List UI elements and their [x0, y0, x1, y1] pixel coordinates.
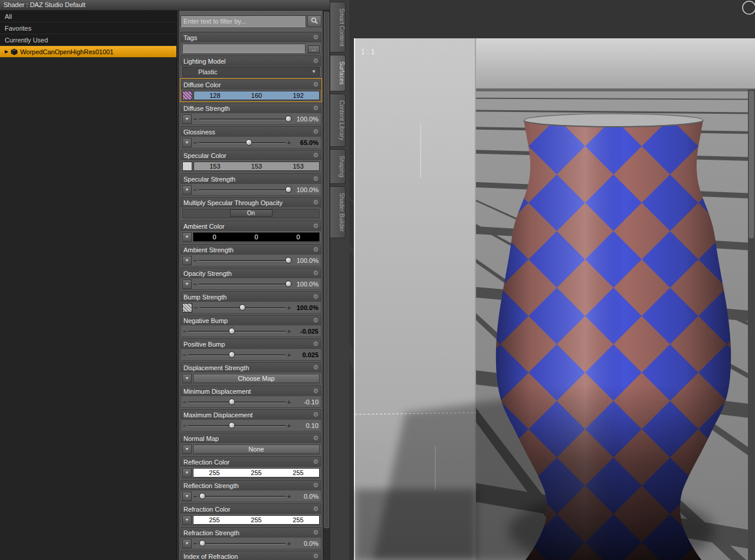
lighting-model-select[interactable]: Plastic▼	[182, 67, 320, 77]
gear-icon[interactable]: ⚙	[313, 553, 319, 559]
slider-decrement[interactable]: −	[193, 186, 198, 193]
slider-decrement[interactable]: −	[182, 351, 187, 358]
slider-handle[interactable]	[199, 540, 205, 546]
slider-increment[interactable]: +	[287, 493, 291, 500]
gear-icon[interactable]: ⚙	[313, 223, 319, 229]
property-header[interactable]: Refraction Strength⚙	[180, 527, 321, 538]
tags-browse-button[interactable]: ...	[308, 45, 320, 53]
slider-track[interactable]	[199, 539, 285, 548]
property-header[interactable]: Bump Strength⚙	[180, 291, 321, 302]
slider-dropdown-button[interactable]: ▼	[182, 114, 192, 124]
color-dropdown-button[interactable]: ▼	[182, 515, 192, 525]
slider-decrement[interactable]: −	[193, 116, 198, 123]
slider-dropdown-button[interactable]: ▼	[182, 138, 192, 147]
slider-dropdown-button[interactable]: ▼	[182, 279, 192, 289]
gear-icon[interactable]: ⚙	[313, 199, 319, 206]
property-header[interactable]: Reflection Strength⚙	[180, 480, 321, 490]
property-header[interactable]: Opacity Strength⚙	[180, 268, 321, 278]
property-header[interactable]: Diffuse Color⚙	[180, 79, 321, 90]
map-button[interactable]: Choose Map	[193, 374, 320, 383]
color-dropdown-button[interactable]: ▼	[182, 468, 192, 477]
gear-icon[interactable]: ⚙	[313, 58, 319, 64]
gear-icon[interactable]: ⚙	[313, 294, 319, 300]
search-button[interactable]	[307, 15, 321, 27]
scrollbar-thumb[interactable]	[324, 12, 329, 528]
slider-handle[interactable]	[285, 116, 292, 122]
slider-decrement[interactable]: −	[193, 257, 198, 264]
slider-handle[interactable]	[246, 139, 252, 146]
slider-increment[interactable]: +	[287, 328, 291, 335]
slider-track[interactable]	[188, 350, 285, 360]
property-header[interactable]: Tags⚙	[180, 32, 321, 42]
property-header[interactable]: Normal Map⚙	[180, 433, 321, 443]
panel-title-bar[interactable]: Shader : DAZ Studio Default	[0, 0, 330, 11]
slider-handle[interactable]	[285, 186, 292, 193]
tab-smart-content[interactable]: Smart Content	[330, 2, 346, 52]
gear-icon[interactable]: ⚙	[313, 506, 319, 512]
slider-value[interactable]: 0.0%	[293, 540, 320, 547]
list-item-all[interactable]: All	[0, 11, 176, 22]
slider-handle[interactable]	[229, 398, 235, 405]
property-header[interactable]: Diffuse Strength⚙	[180, 103, 321, 113]
gear-icon[interactable]: ⚙	[313, 317, 319, 324]
gear-icon[interactable]: ⚙	[313, 176, 319, 182]
slider-increment[interactable]: +	[287, 540, 291, 547]
rgb-bar[interactable]: 255255255	[193, 515, 320, 525]
viewport-canvas[interactable]: 1 : 1	[349, 0, 755, 560]
slider-value[interactable]: 65.0%	[293, 139, 320, 146]
tab-shader-builder[interactable]: Shader Builder	[330, 186, 346, 238]
viewport-scrollbar[interactable]	[748, 90, 755, 560]
slider-track[interactable]	[188, 327, 285, 336]
slider-handle[interactable]	[229, 422, 235, 429]
property-header[interactable]: Positive Bump⚙	[180, 338, 321, 349]
gear-icon[interactable]: ⚙	[313, 388, 319, 394]
property-header[interactable]: Negative Bump⚙	[180, 315, 321, 325]
slider-decrement[interactable]: −	[182, 398, 187, 406]
properties-scrollbar[interactable]	[323, 11, 330, 560]
slider-track[interactable]	[199, 114, 291, 124]
gear-icon[interactable]: ⚙	[313, 246, 319, 253]
slider-value[interactable]: 100.0%	[293, 304, 320, 311]
slider-value[interactable]: 0.025	[293, 351, 320, 358]
slider-increment[interactable]: +	[287, 398, 291, 406]
gear-icon[interactable]: ⚙	[313, 34, 319, 41]
property-header[interactable]: Ambient Strength⚙	[180, 244, 321, 255]
expander-icon[interactable]: ▶	[5, 49, 8, 54]
slider-handle[interactable]	[229, 328, 235, 334]
gear-icon[interactable]: ⚙	[313, 81, 319, 88]
tab-shaping[interactable]: Shaping	[330, 149, 346, 184]
gear-icon[interactable]: ⚙	[313, 411, 319, 418]
property-header[interactable]: Multiply Specular Through Opacity⚙	[180, 197, 321, 207]
slider-value[interactable]: -0.10	[293, 398, 320, 406]
property-header[interactable]: Glossiness⚙	[180, 126, 321, 137]
tab-content-library[interactable]: Content Library	[330, 94, 346, 147]
slider-decrement[interactable]: −	[193, 540, 198, 547]
slider-value[interactable]: 100.0%	[293, 186, 320, 193]
color-dropdown-button[interactable]: ▼	[182, 232, 192, 242]
tab-surfaces[interactable]: Surfaces	[330, 55, 346, 91]
gear-icon[interactable]: ⚙	[313, 529, 319, 536]
property-header[interactable]: Reflection Color⚙	[180, 456, 321, 467]
rgb-bar[interactable]: 000	[193, 232, 320, 242]
gear-icon[interactable]: ⚙	[313, 482, 319, 489]
property-header[interactable]: Displacement Strength⚙	[180, 362, 321, 373]
slider-value[interactable]: -0.025	[293, 328, 320, 335]
property-header[interactable]: Specular Color⚙	[180, 150, 321, 160]
slider-track[interactable]	[188, 421, 285, 430]
slider-dropdown-button[interactable]: ▼	[182, 185, 192, 195]
slider-decrement[interactable]: −	[193, 304, 198, 311]
gear-icon[interactable]: ⚙	[313, 435, 319, 442]
rgb-bar[interactable]: 255255255	[193, 468, 320, 477]
gear-icon[interactable]: ⚙	[313, 459, 319, 465]
property-header[interactable]: Index of Refraction⚙	[180, 551, 321, 560]
property-header[interactable]: Lighting Model⚙	[180, 55, 321, 66]
toggle-on-button[interactable]: On	[230, 209, 273, 217]
bump-map-swatch[interactable]	[182, 303, 192, 312]
map-dropdown-button[interactable]: ▼	[182, 374, 192, 383]
property-header[interactable]: Minimum Displacement⚙	[180, 386, 321, 396]
slider-increment[interactable]: +	[287, 139, 291, 146]
slider-dropdown-button[interactable]: ▼	[182, 492, 192, 501]
rgb-bar[interactable]: 128160192	[193, 91, 320, 100]
list-item-favorites[interactable]: Favorites	[0, 22, 176, 34]
slider-decrement[interactable]: −	[182, 422, 187, 429]
